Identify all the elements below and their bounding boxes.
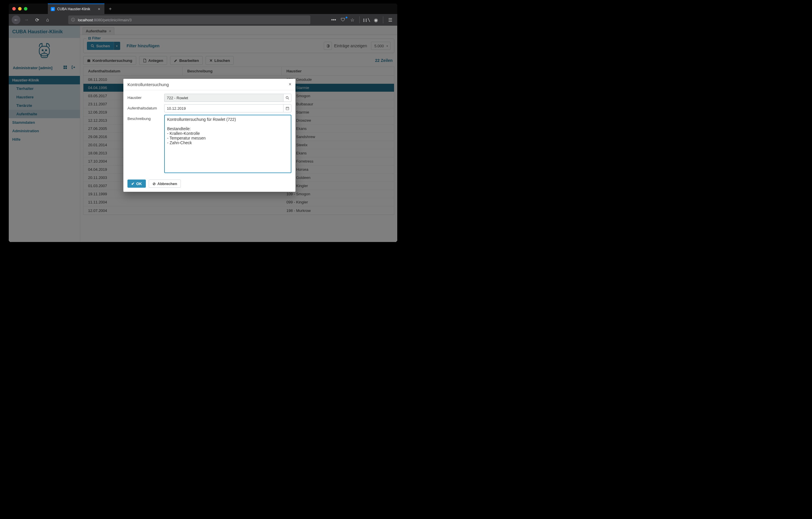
bookmark-star-icon[interactable]: ☆: [348, 17, 356, 23]
svg-rect-10: [286, 107, 289, 110]
new-tab-button[interactable]: ＋: [105, 6, 116, 12]
browser-window: ◎ CUBA Haustier-Klinik × ＋ ← → ⟳ ⌂ ⓘ loc…: [9, 3, 397, 242]
dialog-title: Kontrolluntersuchung: [127, 82, 169, 87]
beschreibung-textarea[interactable]: [164, 115, 291, 173]
tab-title: CUBA Haustier-Klinik: [57, 7, 90, 11]
browser-toolbar-right: ••• 🛡 ☆ ⫿⫿\ ◉ ☰: [329, 16, 394, 23]
datum-label: Aufenthaltsdatum: [127, 104, 164, 110]
library-icon[interactable]: ⫿⫿\: [362, 17, 371, 23]
url-host: localhost: [78, 18, 93, 22]
address-bar: ← → ⟳ ⌂ ⓘ localhost:8080/petclinic/#main…: [9, 14, 397, 26]
cancel-label: Abbrechen: [157, 182, 177, 186]
dialog-close-icon[interactable]: ×: [289, 82, 291, 87]
ok-button[interactable]: ✔ OK: [127, 180, 146, 188]
haustier-picker: [164, 94, 291, 102]
window-close-dot[interactable]: [12, 7, 16, 10]
kontrolluntersuchung-dialog: Kontrolluntersuchung × Haustier Aufentha…: [123, 79, 295, 192]
tab-close-icon[interactable]: ×: [98, 7, 100, 11]
dialog-actions: ✔ OK ⊘ Abbrechen: [123, 178, 295, 188]
dialog-body: Haustier Aufenthaltsdatum: [123, 90, 295, 178]
svg-point-9: [286, 96, 288, 99]
site-info-icon[interactable]: ⓘ: [71, 17, 75, 23]
ok-label: OK: [136, 182, 142, 186]
page-actions-icon[interactable]: •••: [329, 17, 338, 23]
datum-input[interactable]: [164, 104, 283, 112]
nav-home-button[interactable]: ⌂: [43, 16, 52, 24]
nav-forward-button[interactable]: →: [22, 16, 31, 24]
cancel-button[interactable]: ⊘ Abbrechen: [149, 180, 181, 188]
haustier-label: Haustier: [127, 94, 164, 100]
prohibit-icon: ⊘: [152, 182, 156, 186]
datum-picker: [164, 104, 291, 112]
haustier-lookup-button[interactable]: [283, 94, 291, 102]
beschreibung-label: Beschreibung: [127, 115, 164, 121]
profile-icon[interactable]: ◉: [372, 17, 380, 23]
dialog-header: Kontrolluntersuchung ×: [123, 79, 295, 90]
datum-calendar-button[interactable]: [283, 104, 291, 112]
window-minimize-dot[interactable]: [18, 7, 22, 10]
check-icon: ✔: [131, 182, 135, 186]
hamburger-menu-icon[interactable]: ☰: [386, 17, 394, 23]
url-path: :8080/petclinic/#main/3: [93, 18, 132, 22]
tab-favicon: ◎: [51, 7, 55, 11]
haustier-input[interactable]: [164, 94, 283, 102]
window-maximize-dot[interactable]: [24, 7, 27, 10]
window-controls: [12, 7, 27, 10]
url-input[interactable]: ⓘ localhost:8080/petclinic/#main/3: [68, 16, 310, 24]
tab-bar: ◎ CUBA Haustier-Klinik × ＋: [9, 3, 397, 14]
browser-tab[interactable]: ◎ CUBA Haustier-Klinik ×: [48, 3, 105, 14]
nav-reload-button[interactable]: ⟳: [33, 16, 41, 24]
tracking-protection-icon[interactable]: 🛡: [339, 17, 347, 23]
search-icon: [286, 96, 289, 100]
calendar-icon: [286, 107, 289, 110]
nav-back-button[interactable]: ←: [12, 16, 21, 24]
